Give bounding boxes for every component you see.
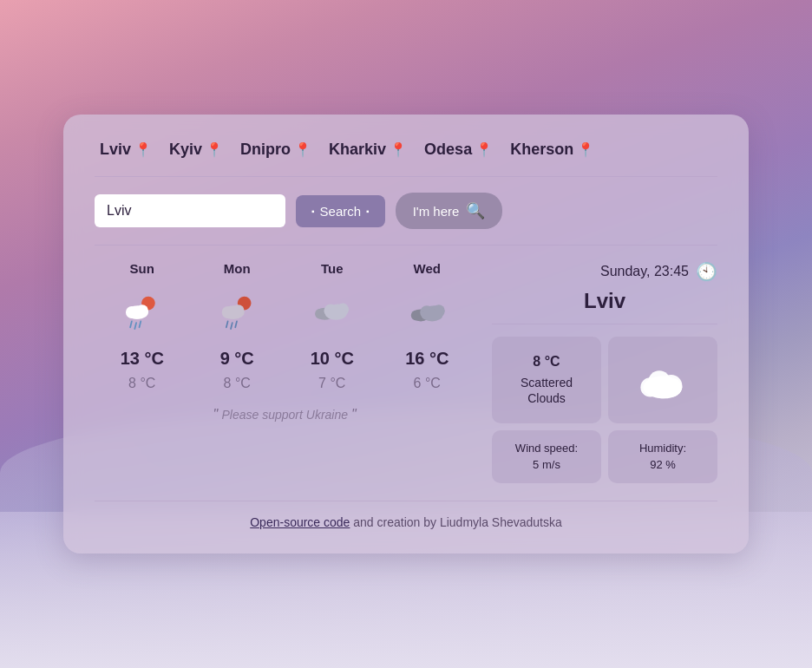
svg-point-4 [127, 309, 145, 319]
city-tab-label: Kharkiv [329, 141, 386, 159]
svg-point-24 [411, 311, 422, 321]
svg-point-22 [325, 308, 346, 320]
svg-line-15 [236, 322, 238, 328]
search-input[interactable] [95, 194, 285, 227]
detail-panel: Sunday, 23:45 🕙 Lviv 8 °C Scattered Clou… [492, 261, 717, 482]
datetime-row: Sunday, 23:45 🕙 [492, 261, 717, 282]
humidity-label: Humidity: 92 % [617, 441, 709, 472]
big-cloud-icon [635, 361, 691, 399]
humidity-card: Humidity: 92 % [608, 430, 717, 482]
day-tue: Tue [285, 261, 380, 276]
svg-point-34 [647, 382, 680, 398]
current-temp: 8 °C [533, 354, 560, 370]
here-button-label: I'm here [413, 204, 460, 219]
weather-card: Lviv 📍 Kyiv 📍 Dnipro 📍 Kharkiv 📍 Odesa 📍… [63, 115, 749, 553]
svg-line-7 [139, 322, 141, 328]
datetime-text: Sunday, 23:45 [600, 264, 689, 279]
cloud-card [608, 337, 717, 423]
pin-icon-lviv: 📍 [134, 141, 152, 158]
city-tab-kherson[interactable]: Kherson 📍 [505, 139, 599, 160]
here-button[interactable]: I'm here 🔍 [396, 193, 503, 229]
pin-icon-kherson: 📍 [577, 141, 594, 158]
rain-sun-icon [120, 290, 165, 335]
icon-cell-mon [190, 290, 285, 335]
temp-high-tue: 10 °C [285, 349, 380, 369]
temp-low-tue: 7 °C [285, 376, 380, 391]
city-tab-lviv[interactable]: Lviv 📍 [95, 139, 157, 160]
condition-card: 8 °C Scattered Clouds [492, 337, 601, 423]
city-tab-kyiv[interactable]: Kyiv 📍 [164, 139, 228, 160]
temps-low: 8 °C 8 °C 7 °C 6 °C [95, 376, 475, 391]
opensource-link[interactable]: Open-source code [250, 515, 350, 529]
rain-cloudy-icon [214, 290, 259, 335]
search-row: Search I'm here 🔍 [95, 177, 717, 246]
pin-icon-kharkiv: 📍 [390, 141, 407, 158]
temps-high: 13 °C 9 °C 10 °C 16 °C [95, 349, 475, 369]
day-mon: Mon [190, 261, 285, 276]
ukraine-text: Please support Ukraine [222, 408, 349, 422]
pin-icon-odesa: 📍 [475, 141, 493, 158]
city-tab-label: Kherson [510, 141, 573, 159]
city-tab-label: Dnipro [240, 141, 291, 159]
wind-value: 5 m/s [533, 458, 560, 471]
temp-high-sun: 13 °C [95, 349, 190, 369]
condition-text: Scattered Clouds [501, 375, 593, 406]
svg-point-12 [224, 309, 242, 319]
day-sun: Sun [95, 261, 190, 276]
search-button[interactable]: Search [296, 195, 385, 227]
temp-low-mon: 8 °C [190, 376, 285, 391]
icon-cell-wed [380, 290, 475, 335]
city-tab-label: Lviv [100, 141, 131, 159]
city-tabs: Lviv 📍 Kyiv 📍 Dnipro 📍 Kharkiv 📍 Odesa 📍… [95, 139, 717, 177]
pin-icon-dnipro: 📍 [294, 141, 311, 158]
wind-label: Wind speed: 5 m/s [501, 441, 593, 472]
temp-high-wed: 16 °C [380, 349, 475, 369]
cloudy-icon [310, 290, 355, 335]
temp-high-mon: 9 °C [190, 349, 285, 369]
overcast-icon [404, 290, 449, 335]
detail-city-name: Lviv [492, 289, 717, 324]
svg-line-14 [231, 323, 232, 329]
weather-icons-row [95, 290, 475, 335]
icon-cell-tue [285, 290, 380, 335]
city-tab-odesa[interactable]: Odesa 📍 [419, 139, 498, 160]
humidity-value: 92 % [650, 458, 676, 471]
footer-text: and creation by Liudmyla Shevadutska [353, 515, 561, 529]
city-tab-dnipro[interactable]: Dnipro 📍 [235, 139, 317, 160]
wind-card: Wind speed: 5 m/s [492, 430, 601, 482]
city-tab-label: Odesa [424, 141, 472, 159]
search-button-label: Search [320, 204, 362, 219]
city-tab-label: Kyiv [169, 141, 202, 159]
svg-line-6 [134, 323, 136, 329]
clock-icon: 🕙 [696, 261, 717, 282]
pin-icon-kyiv: 📍 [206, 141, 223, 158]
day-wed: Wed [380, 261, 475, 276]
temp-low-sun: 8 °C [95, 376, 190, 391]
city-tab-kharkiv[interactable]: Kharkiv 📍 [324, 139, 412, 160]
ukraine-message: " Please support Ukraine " [95, 407, 475, 422]
days-row: Sun Mon Tue Wed [95, 261, 475, 276]
temp-low-wed: 6 °C [380, 376, 475, 391]
svg-point-17 [315, 309, 325, 319]
svg-line-5 [130, 322, 132, 328]
icon-cell-sun [95, 290, 190, 335]
location-icon: 🔍 [466, 201, 485, 220]
footer: Open-source code and creation by Liudmyl… [95, 501, 717, 529]
svg-point-29 [422, 310, 442, 322]
main-content: Sun Mon Tue Wed [95, 246, 717, 482]
forecast-panel: Sun Mon Tue Wed [95, 261, 492, 482]
svg-line-13 [226, 322, 228, 328]
info-grid: 8 °C Scattered Clouds Wi [492, 337, 717, 482]
